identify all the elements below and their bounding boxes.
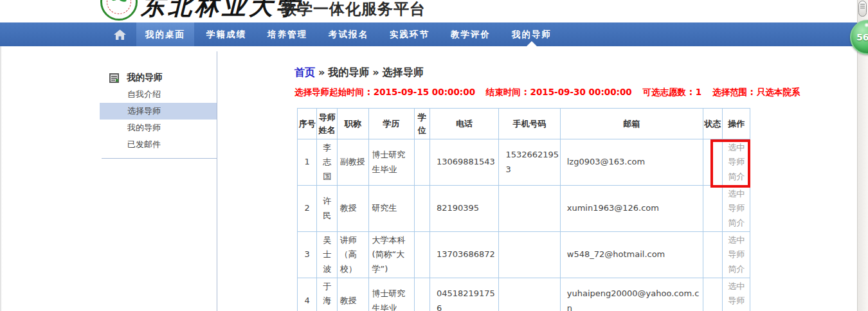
mentor-sidebar: 我的导师 自我介绍 选择导师 我的导师 已发邮件: [100, 69, 217, 153]
profile-link[interactable]: 简介: [727, 262, 746, 276]
sidebar-item-self-intro[interactable]: 自我介绍: [100, 86, 217, 103]
home-button[interactable]: [103, 22, 136, 46]
notice-scope-label: 选择范围 :: [712, 87, 757, 97]
cell-action: 选中导师 简介: [723, 232, 750, 278]
breadcrumb-separator: »: [315, 66, 328, 78]
cell-name: 许民: [317, 186, 337, 232]
cell-action: 选中导师 简介: [723, 186, 750, 232]
page-left-shadow: [0, 46, 2, 311]
tab-my-mentor[interactable]: 我的导师: [503, 22, 561, 46]
sidebar-item-select-mentor[interactable]: 选择导师: [100, 103, 217, 120]
notice-start-label: 选择导师起始时间 :: [294, 87, 374, 97]
cell-edu: 博士研究生毕业: [368, 139, 414, 186]
cell-name: 于海鹏: [317, 278, 337, 311]
cell-email: w548_72@hotmail.com: [560, 232, 703, 278]
cell-edu: 博士研究生毕业: [368, 278, 414, 311]
table-row: 3 吴士波 讲师（高校） 大学本科(简称“大学”) 13703686872 w5…: [298, 232, 750, 278]
sparkle-icon: [864, 22, 868, 28]
sidebar-title: 我的导师: [100, 69, 217, 86]
cell-phone: 13069881543: [429, 139, 499, 186]
cell-mobile: [499, 232, 560, 278]
sidebar-bottom-divider: [102, 158, 217, 159]
col-mobile: 手机号码: [499, 109, 560, 139]
profile-link[interactable]: 简介: [727, 216, 746, 230]
col-action: 操作: [723, 109, 750, 139]
cell-degree: [414, 186, 429, 232]
cell-seq: 3: [298, 232, 317, 278]
home-icon: [114, 30, 126, 40]
col-phone: 电话: [429, 109, 499, 139]
sidebar-vertical-divider: [217, 51, 217, 311]
cell-action: 选中导师 简介: [723, 278, 750, 311]
notice-scope-value: 只选本院系: [757, 87, 800, 97]
sidebar-item-sent-mail[interactable]: 已发邮件: [100, 136, 217, 153]
tab-practice[interactable]: 实践环节: [381, 22, 439, 46]
notice-quota-value: 1: [696, 87, 701, 97]
platform-title: 教学一体化服务平台: [281, 0, 426, 22]
profile-link[interactable]: 简介: [727, 308, 746, 311]
cell-degree: [414, 278, 429, 311]
select-mentor-link[interactable]: 选中导师: [727, 280, 746, 308]
scrollbar-thumb[interactable]: [858, 1, 867, 17]
cell-email: lzg0903@163.com: [560, 139, 703, 186]
cell-status: [703, 278, 722, 311]
sidebar-item-my-mentor[interactable]: 我的导师: [100, 120, 217, 136]
breadcrumb-section: 我的导师: [328, 66, 369, 78]
breadcrumb-page: 选择导师: [383, 66, 424, 78]
col-title: 职称: [337, 109, 368, 139]
table-header-row: 序号 导师姓名 职称 学历 学位 电话 手机号码 邮箱 状态 操作: [298, 109, 750, 139]
logo-ring: [107, 0, 131, 14]
cell-status: [703, 232, 722, 278]
cell-seq: 2: [298, 186, 317, 232]
profile-link[interactable]: 简介: [727, 170, 746, 184]
cell-phone: 045182191756: [429, 278, 499, 311]
select-mentor-link[interactable]: 选中导师: [727, 141, 746, 169]
selection-period-notice: 选择导师起始时间 : 2015-09-15 00:00:00 结束时间 : 20…: [294, 87, 800, 98]
mentor-menu-icon: [109, 73, 120, 84]
notice-start-time: 2015-09-15 00:00:00: [374, 87, 475, 97]
breadcrumb-separator: »: [369, 66, 382, 78]
sidebar-title-label: 我的导师: [127, 72, 163, 84]
col-edu: 学历: [368, 109, 414, 139]
cell-email: xumin1963@126.com: [560, 186, 703, 232]
tab-my-desktop[interactable]: 我的桌面: [136, 22, 194, 46]
tab-records[interactable]: 学籍成绩: [197, 22, 255, 46]
col-status: 状态: [703, 109, 722, 139]
select-mentor-link[interactable]: 选中导师: [727, 233, 746, 262]
tab-training[interactable]: 培养管理: [258, 22, 316, 46]
cell-seq: 1: [298, 139, 317, 186]
scrollbar-grip-icon: [860, 4, 865, 10]
select-mentor-link[interactable]: 选中导师: [727, 187, 746, 215]
cell-degree: [414, 232, 429, 278]
cell-name: 吴士波: [317, 232, 337, 278]
col-email: 邮箱: [560, 109, 703, 139]
cell-action: 选中导师 简介: [723, 139, 750, 186]
cell-mobile: [499, 186, 560, 232]
cell-phone: 82190395: [429, 186, 499, 232]
cell-title: 教授: [337, 186, 368, 232]
tab-exam[interactable]: 考试报名: [320, 22, 377, 46]
mentor-table: 序号 导师姓名 职称 学历 学位 电话 手机号码 邮箱 状态 操作 1 李志国 …: [297, 108, 750, 311]
col-degree: 学位: [414, 109, 429, 139]
cell-seq: 4: [298, 278, 317, 311]
cell-edu: 研究生: [368, 186, 414, 232]
university-name: 东北林业大学: [141, 0, 303, 22]
cell-status: [703, 139, 722, 186]
cell-status: [703, 186, 722, 232]
cell-mobile: 15326621953: [499, 139, 560, 186]
table-row: 2 许民 教授 研究生 82190395 xumin1963@126.com 选…: [298, 186, 750, 232]
cell-title: 副教授: [337, 139, 368, 186]
badge-count: 56: [856, 32, 868, 42]
tab-evaluation[interactable]: 教学评价: [442, 22, 500, 46]
cell-edu: 大学本科(简称“大学”): [368, 232, 414, 278]
breadcrumb-home-link[interactable]: 首页: [294, 66, 315, 78]
cell-title: 讲师（高校）: [337, 232, 368, 278]
cell-title: 教授: [337, 278, 368, 311]
cell-mobile: [499, 278, 560, 311]
main-navbar: 我的桌面 学籍成绩 培养管理 考试报名 实践环节 教学评价 我的导师: [0, 22, 857, 46]
notice-quota-label: 可选志愿数 :: [642, 87, 695, 97]
cell-email: yuhaipeng20000@yahoo.com.cn: [560, 278, 703, 311]
col-seq: 序号: [298, 109, 317, 139]
notice-end-time: 2015-09-30 00:00:00: [530, 87, 632, 97]
cell-name: 李志国: [317, 139, 337, 186]
